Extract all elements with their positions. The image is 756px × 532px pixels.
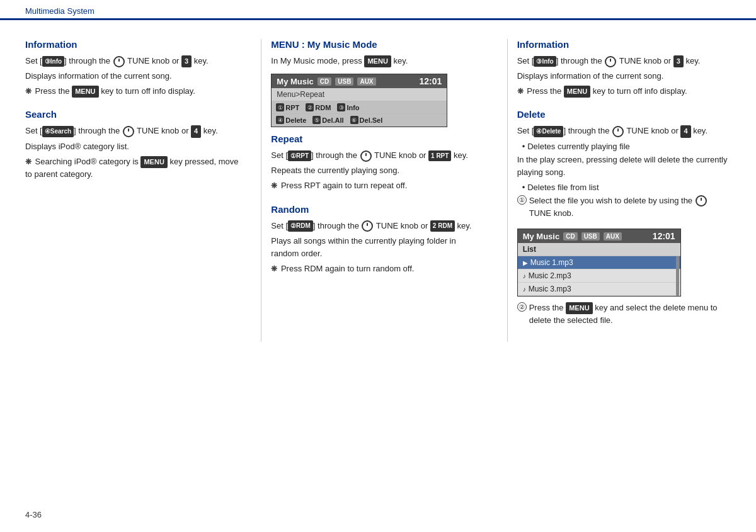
- section-random: Random Set [②RDM] through the TUNE knob …: [271, 204, 484, 276]
- delete-bullet-1-list: • Deletes currently playing file: [522, 142, 731, 151]
- page-number: 4-36: [25, 510, 42, 519]
- dagger-rdm: ❊: [271, 264, 277, 273]
- screen-list-header: List: [518, 243, 680, 256]
- screen-list-item-2: ♪ Music 2.mp3: [518, 269, 680, 283]
- screen-buttons-row1: ① RPT ② RDM ③ Info: [272, 101, 447, 114]
- screen-tab-aux: AUX: [357, 77, 375, 86]
- tune-knob-del: [612, 126, 624, 137]
- key-badge-3: 3: [181, 55, 192, 67]
- col-divider-1: [261, 39, 261, 342]
- section-information: Information Set [③Info] through the TUNE…: [25, 39, 239, 98]
- tune-knob-rdm: [362, 220, 373, 232]
- information-title: Information: [25, 39, 239, 50]
- scrollbar: [676, 256, 679, 296]
- item-label-1: Music 1.mp3: [530, 258, 573, 267]
- screen-music-list: My Music CD USB AUX 12:01 List ▶ Music 1…: [517, 229, 681, 297]
- screen-list: ▶ Music 1.mp3 ♪ Music 2.mp3 ♪ Music 3.mp…: [518, 256, 680, 296]
- delete-bullet-2: • Deletes file from list: [522, 183, 731, 192]
- delete-num-1-text: Select the file you wish to delete by us…: [529, 195, 731, 220]
- tune-knob-del-select: [696, 195, 707, 207]
- screen-list-item-3: ♪ Music 3.mp3: [518, 283, 680, 296]
- column-2: MENU : My Music Mode In My Music mode, p…: [271, 39, 497, 342]
- screen-time-2: 12:01: [653, 231, 675, 241]
- screen-tab-usb-2: USB: [581, 232, 600, 241]
- main-content: Information Set [③Info] through the TUNE…: [0, 20, 756, 354]
- section-information-right: Information Set [③Info] through the TUNE…: [517, 39, 731, 98]
- section-search: Search Set [④Search] through the TUNE kn…: [25, 109, 239, 181]
- random-text: Set [②RDM] through the TUNE knob or 2 RD…: [271, 220, 484, 276]
- menu-music-title: MENU : My Music Mode: [271, 39, 484, 50]
- repeat-text: Set [①RPT] through the TUNE knob or 1 RP…: [271, 149, 484, 192]
- delete-bullet-2-text: Deletes file from list: [527, 183, 598, 192]
- section-repeat: Repeat Set [①RPT] through the TUNE knob …: [271, 133, 484, 192]
- delete-bullet-1: • Deletes currently playing file: [522, 142, 731, 151]
- menu-badge-r: MENU: [564, 86, 590, 98]
- tune-knob-info-r: [605, 56, 616, 67]
- column-1: Information Set [③Info] through the TUNE…: [25, 39, 251, 342]
- key-badge-rpt: 1 RPT: [428, 150, 451, 162]
- menu-badge-music: MENU: [364, 55, 391, 67]
- tune-knob-rpt: [360, 150, 372, 162]
- screen-menu-row: Menu>Repeat: [272, 88, 447, 101]
- screen-time-1: 12:01: [420, 76, 442, 86]
- page-header: Multimedia System: [0, 0, 756, 20]
- information-right-title: Information: [517, 39, 731, 50]
- screen-btn-delall: ⑤ Del.All: [311, 115, 345, 125]
- screen-btn-delete: ④ Delete: [274, 115, 308, 125]
- screen-title-2: My Music: [523, 232, 560, 241]
- num-circle-1: ①: [517, 195, 527, 205]
- section-menu-my-music: MENU : My Music Mode In My Music mode, p…: [271, 39, 484, 67]
- item-icon-1: ▶: [523, 259, 528, 266]
- delete-num-1: ① Select the file you wish to delete by …: [517, 195, 731, 224]
- section-delete: Delete Set [④Delete] through the TUNE kn…: [517, 109, 731, 331]
- search-title: Search: [25, 109, 239, 120]
- dagger-search: ❊: [25, 157, 32, 166]
- screen-header-2: My Music CD USB AUX 12:01: [518, 229, 680, 243]
- screen-header-1: My Music CD USB AUX 12:01: [272, 74, 447, 88]
- screen-my-music: My Music CD USB AUX 12:01 Menu>Repeat ① …: [271, 74, 447, 127]
- rpt-badge: ①RPT: [288, 150, 311, 162]
- repeat-title: Repeat: [271, 133, 484, 144]
- screen-tab-cd: CD: [318, 77, 331, 86]
- screen-btn-delsel: ⑥ Del.Sel: [348, 115, 385, 125]
- item-label-3: Music 3.mp3: [529, 285, 571, 293]
- screen-btn-rpt: ① RPT: [274, 103, 301, 112]
- screen-btn-info: ③ Info: [335, 103, 361, 112]
- del-badge: ④Delete: [534, 126, 563, 137]
- tune-knob-search: [123, 126, 134, 137]
- key-badge-del: 4: [680, 125, 690, 137]
- screen-list-item-1: ▶ Music 1.mp3: [518, 256, 680, 269]
- menu-badge-search: MENU: [140, 156, 167, 168]
- delete-text: Set [④Delete] through the TUNE knob or 4…: [517, 125, 731, 137]
- column-3: Information Set [③Info] through the TUNE…: [517, 39, 731, 342]
- delete-num-2: ② Press the MENU key and select the dele…: [517, 302, 731, 331]
- search-text: Set [④Search] through the TUNE knob or 4…: [25, 125, 239, 181]
- screen-list-wrapper: ▶ Music 1.mp3 ♪ Music 2.mp3 ♪ Music 3.mp…: [518, 256, 680, 296]
- screen-btn-rdm: ② RDM: [304, 103, 333, 112]
- key-badge-3r: 3: [673, 55, 684, 67]
- info-badge-3r: ③Info: [534, 56, 556, 67]
- information-text: Set [③Info] through the TUNE knob or 3 k…: [25, 55, 239, 98]
- dagger-rpt: ❊: [271, 181, 277, 190]
- screen-tab-usb: USB: [335, 77, 353, 86]
- page-header-title: Multimedia System: [25, 6, 94, 16]
- menu-music-intro: In My Music mode, press MENU key.: [271, 55, 484, 67]
- key-badge-4s: 4: [191, 125, 201, 137]
- dagger-info-r: ❊: [517, 87, 524, 96]
- dagger-sym: ❊: [25, 87, 32, 96]
- information-right-text: Set [③Info] through the TUNE knob or 3 k…: [517, 55, 731, 98]
- screen-tab-aux-2: AUX: [604, 232, 622, 241]
- delete-play-screen-text: In the play screen, pressing delete will…: [517, 154, 731, 179]
- info-badge-3: ③Info: [42, 56, 64, 67]
- tune-knob-icon: [113, 56, 125, 67]
- menu-badge: MENU: [72, 86, 98, 98]
- search-badge-4: ④Search: [42, 126, 74, 137]
- key-badge-rdm: 2 RDM: [430, 220, 455, 232]
- screen-buttons-row2: ④ Delete ⑤ Del.All ⑥ Del.Sel: [272, 114, 447, 127]
- delete-title: Delete: [517, 109, 731, 120]
- screen-tab-cd-2: CD: [563, 232, 577, 241]
- item-icon-3: ♪: [523, 286, 526, 293]
- screen-title-1: My Music: [277, 77, 314, 86]
- col-divider-2: [507, 39, 508, 342]
- item-icon-2: ♪: [523, 273, 526, 280]
